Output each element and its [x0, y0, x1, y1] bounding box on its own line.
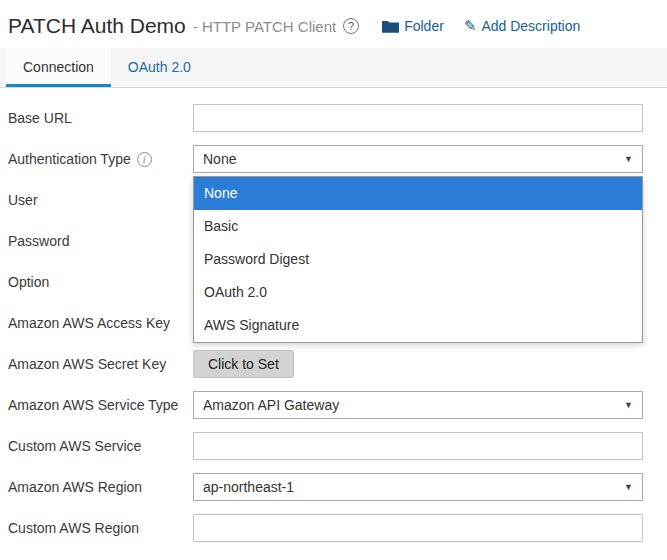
custom-aws-service-label: Custom AWS Service	[8, 438, 193, 454]
header-links: Folder ✎ Add Description	[382, 17, 580, 35]
tab-connection[interactable]: Connection	[6, 48, 111, 87]
auth-type-select[interactable]: None ▼	[193, 145, 643, 173]
click-to-set-button[interactable]: Click to Set	[193, 350, 294, 378]
aws-service-type-value: Amazon API Gateway	[203, 397, 339, 413]
user-label: User	[8, 192, 193, 208]
auth-type-label-text: Authentication Type	[8, 151, 131, 167]
dropdown-option-oauth2[interactable]: OAuth 2.0	[194, 276, 642, 309]
dropdown-option-basic[interactable]: Basic	[194, 210, 642, 243]
folder-icon	[382, 19, 399, 33]
add-description-label: Add Description	[481, 18, 580, 34]
base-url-label: Base URL	[8, 110, 193, 126]
help-icon[interactable]: ?	[343, 18, 359, 34]
connection-form: Base URL Authentication Type i None ▼ No…	[0, 88, 667, 542]
auth-type-selected-value: None	[203, 151, 236, 167]
chevron-down-icon: ▼	[624, 154, 633, 164]
aws-region-select[interactable]: ap-northeast-1 ▼	[193, 473, 643, 501]
custom-aws-region-row: Custom AWS Region	[8, 514, 659, 542]
page-subtitle: - HTTP PATCH Client	[193, 18, 336, 35]
base-url-input[interactable]	[193, 104, 643, 132]
folder-link-label: Folder	[404, 18, 444, 34]
dropdown-option-aws-signature[interactable]: AWS Signature	[194, 309, 642, 342]
tab-bar: Connection OAuth 2.0	[0, 48, 667, 88]
dropdown-option-none[interactable]: None	[194, 177, 642, 210]
auth-type-label: Authentication Type i	[8, 151, 193, 167]
aws-secret-key-label: Amazon AWS Secret Key	[8, 356, 193, 372]
base-url-row: Base URL	[8, 104, 659, 132]
aws-access-key-label: Amazon AWS Access Key	[8, 315, 193, 331]
info-icon[interactable]: i	[137, 152, 152, 167]
chevron-down-icon: ▼	[624, 482, 633, 492]
password-label: Password	[8, 233, 193, 249]
page-title: PATCH Auth Demo	[8, 14, 186, 38]
custom-aws-service-row: Custom AWS Service	[8, 432, 659, 460]
custom-aws-service-input[interactable]	[193, 432, 643, 460]
aws-service-type-row: Amazon AWS Service Type Amazon API Gatew…	[8, 391, 659, 419]
auth-type-dropdown: None Basic Password Digest OAuth 2.0 AWS…	[193, 176, 643, 343]
aws-region-label: Amazon AWS Region	[8, 479, 193, 495]
page-header: PATCH Auth Demo - HTTP PATCH Client ? Fo…	[0, 0, 667, 48]
aws-region-row: Amazon AWS Region ap-northeast-1 ▼	[8, 473, 659, 501]
dropdown-option-password-digest[interactable]: Password Digest	[194, 243, 642, 276]
aws-service-type-select[interactable]: Amazon API Gateway ▼	[193, 391, 643, 419]
folder-link[interactable]: Folder	[382, 17, 444, 35]
chevron-down-icon: ▼	[624, 400, 633, 410]
aws-secret-key-row: Amazon AWS Secret Key Click to Set	[8, 350, 659, 378]
auth-type-row: Authentication Type i None ▼ None Basic …	[8, 145, 659, 173]
tab-oauth2[interactable]: OAuth 2.0	[111, 48, 208, 87]
aws-service-type-label: Amazon AWS Service Type	[8, 397, 193, 413]
custom-aws-region-label: Custom AWS Region	[8, 520, 193, 536]
add-description-link[interactable]: ✎ Add Description	[464, 17, 580, 35]
option-label: Option	[8, 274, 193, 290]
aws-region-value: ap-northeast-1	[203, 479, 294, 495]
pencil-icon: ✎	[464, 17, 477, 35]
custom-aws-region-input[interactable]	[193, 514, 643, 542]
